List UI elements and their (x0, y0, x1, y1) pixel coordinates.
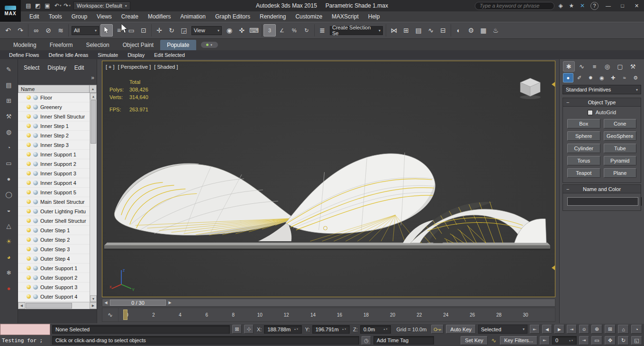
snowflake-tool-icon[interactable]: ❄ (4, 267, 14, 278)
systems-category-icon[interactable]: ⚙ (630, 73, 641, 82)
visibility-bulb-icon[interactable] (27, 237, 31, 242)
viewcube[interactable] (517, 76, 544, 100)
z-coordinate-field[interactable]: 0.0m ▲▼ (360, 325, 391, 334)
rendered-frame-window-icon[interactable]: ▦ (477, 24, 490, 36)
scene-object-list[interactable]: Floor Greenery Inner Shell Structur Inne… (18, 93, 90, 302)
hammer-tool-icon[interactable]: ⚒ (4, 111, 14, 121)
ribbon-minimize-toggle[interactable]: ▾ (201, 42, 218, 48)
scrollbar-thumb[interactable] (91, 100, 96, 144)
zoom-all-icon[interactable]: ⊞ (605, 325, 616, 334)
list-item-inner-support-1[interactable]: Inner Support 1 (18, 150, 90, 159)
visibility-bulb-icon[interactable] (27, 209, 31, 213)
pan-icon[interactable]: ✥ (605, 336, 616, 345)
time-slider[interactable]: ◀ 0 / 30 ▶ (102, 299, 555, 307)
frame-ruler[interactable]: 0 2 4 6 8 10 12 14 16 18 20 22 24 26 28 … (118, 308, 534, 321)
visibility-bulb-icon[interactable] (27, 133, 31, 137)
object-name-input[interactable] (567, 197, 638, 206)
open-file-icon[interactable]: ◩ (33, 1, 43, 10)
selection-lock-toggle[interactable]: ⊠ (232, 325, 242, 334)
select-and-rotate-icon[interactable]: ↻ (165, 24, 178, 36)
add-time-tag-field[interactable]: Add Time Tag (373, 336, 434, 345)
cameras-category-icon[interactable]: ◉ (597, 73, 607, 82)
palette-tool-icon[interactable]: ▤ (4, 80, 14, 90)
window-crossing-toggle-icon[interactable]: ⊡ (137, 24, 150, 36)
list-item-greenery[interactable]: Greenery (18, 102, 90, 112)
time-slider-handle[interactable]: 0 / 30 (110, 300, 166, 306)
visibility-bulb-icon[interactable] (27, 171, 31, 175)
viewport-pov-label[interactable]: [ Perspective ] (118, 64, 151, 70)
sphere-tool-icon[interactable]: ◍ (4, 127, 14, 137)
auto-key-button[interactable]: Auto Key (446, 325, 476, 334)
snap-toggle-3d-icon[interactable]: 3 (263, 24, 276, 36)
visibility-bulb-icon[interactable] (27, 219, 31, 223)
play-button[interactable]: ▶ (554, 325, 564, 334)
selection-filter-dropdown[interactable]: All ▾ (72, 26, 99, 35)
sun-tool-icon[interactable]: ☀ (4, 236, 14, 246)
menu-customize[interactable]: Customize (290, 13, 327, 20)
mirror-icon[interactable]: ⋈ (388, 24, 400, 36)
scroll-up-icon[interactable]: ▲ (90, 85, 97, 93)
list-item-inner-step-3[interactable]: Inner Step 3 (18, 140, 90, 150)
motion-tab-icon[interactable]: ◎ (601, 61, 613, 72)
object-color-swatch[interactable] (641, 197, 642, 206)
render-production-icon[interactable]: ♨ (490, 24, 502, 36)
maximize-viewport-toggle[interactable]: ◱ (631, 336, 642, 345)
menu-help[interactable]: Help (363, 13, 385, 20)
visibility-bulb-icon[interactable] (27, 162, 31, 166)
list-item-inner-support-4[interactable]: Inner Support 4 (18, 178, 90, 188)
spinner-icon[interactable]: ▲▼ (383, 328, 388, 330)
orbit-icon[interactable]: ↻ (618, 336, 629, 345)
schematic-view-icon[interactable]: ⊟ (437, 24, 449, 36)
sphere-button[interactable]: Sphere (567, 131, 600, 141)
x-coordinate-field[interactable]: 188.788m ▲▼ (264, 325, 301, 334)
list-item-outer-step-4[interactable]: Outer Step 4 (18, 254, 90, 264)
list-item-inner-step-2[interactable]: Inner Step 2 (18, 131, 90, 140)
modify-tab-icon[interactable]: ∿ (576, 61, 588, 72)
unlink-selection-icon[interactable]: ⊘ (42, 24, 54, 36)
menu-maxscript[interactable]: MAXScript (327, 13, 363, 20)
viewport-splitter-handle[interactable] (552, 82, 555, 87)
visibility-bulb-icon[interactable] (27, 114, 31, 118)
cone-tool-icon[interactable]: △ (4, 220, 14, 231)
scroll-down-icon[interactable]: ▼ (90, 295, 97, 302)
name-column-header[interactable]: Name (18, 85, 90, 93)
torus-button[interactable]: Torus (567, 156, 600, 165)
search-input[interactable] (475, 2, 554, 10)
select-and-scale-icon[interactable]: ◲ (178, 24, 190, 36)
list-item-outer-support-3[interactable]: Outer Support 3 (18, 282, 90, 292)
helpers-category-icon[interactable]: ✚ (608, 73, 618, 82)
scroll-up-icon[interactable]: ▲ (90, 93, 97, 100)
visibility-bulb-icon[interactable] (27, 285, 31, 289)
cone-button[interactable]: Cone (604, 119, 637, 128)
list-item-inner-support-5[interactable]: Inner Support 5 (18, 188, 90, 197)
redo-dropdown-icon[interactable]: ▾ (69, 4, 71, 8)
list-item-outer-shell[interactable]: Outer Shell Structur (18, 216, 90, 226)
geometry-category-icon[interactable]: ● (563, 73, 573, 82)
list-item-inner-step-1[interactable]: Inner Step 1 (18, 121, 90, 131)
save-file-icon[interactable]: ▣ (43, 1, 52, 10)
spinner-snap-toggle-icon[interactable]: ↻ (300, 24, 313, 36)
menu-group[interactable]: Group (67, 13, 92, 20)
material-editor-icon[interactable]: ◐ (453, 24, 465, 36)
angle-snap-toggle-icon[interactable]: ∠ (276, 24, 288, 36)
visibility-bulb-icon[interactable] (27, 275, 31, 280)
minimize-button[interactable]: — (602, 1, 615, 11)
explorer-menu-select[interactable]: Select (24, 64, 39, 71)
visibility-bulb-icon[interactable] (27, 181, 31, 185)
ribbon-define-flows[interactable]: Define Flows (5, 52, 44, 58)
favorites-star-icon[interactable]: ★ (567, 1, 576, 10)
horizontal-scrollbar[interactable]: ◀ ▶ (18, 302, 97, 309)
tube-button[interactable]: Tube (604, 144, 637, 153)
visibility-bulb-icon[interactable] (27, 266, 31, 270)
object-type-rollout-header[interactable]: − Object Type (563, 98, 641, 107)
list-item-inner-shell[interactable]: Inner Shell Structur (18, 112, 90, 121)
dot-tool-icon[interactable]: ● (4, 173, 14, 184)
select-and-link-icon[interactable]: ∞ (30, 24, 42, 36)
ribbon-simulate[interactable]: Simulate (93, 52, 122, 58)
track-bar[interactable]: ∿ 0 2 4 6 8 10 12 14 16 18 20 22 24 26 (102, 308, 555, 322)
next-key-button[interactable]: ⇥ (579, 336, 589, 345)
layer-manager-icon[interactable]: ▤ (412, 24, 425, 36)
keyboard-shortcut-override-icon[interactable]: ⌨ (248, 24, 260, 36)
align-icon[interactable]: ⊞ (400, 24, 412, 36)
list-item-outer-support-2[interactable]: Outer Support 2 (18, 273, 90, 282)
